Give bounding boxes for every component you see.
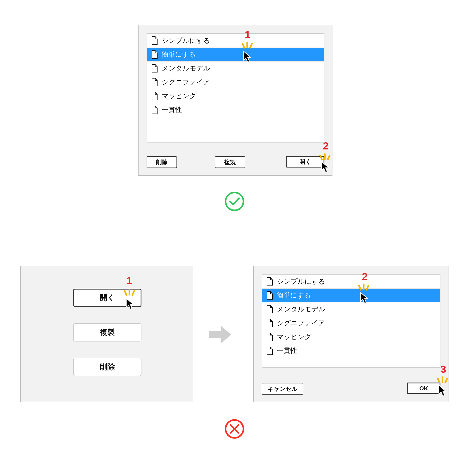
list-item[interactable]: シンプルにする (147, 34, 324, 48)
list-item-label: メンタルモデル (277, 305, 325, 314)
list-item[interactable]: マッピング (262, 330, 440, 344)
list-item-label: メンタルモデル (162, 64, 210, 73)
list-item[interactable]: 一貫性 (262, 344, 440, 358)
list-item[interactable]: メンタルモデル (147, 61, 324, 75)
list-item[interactable]: 簡単にする (262, 288, 440, 302)
step-label: 2 (323, 140, 329, 152)
button-label: OK (419, 385, 428, 392)
list-item-label: シグニファイア (162, 78, 210, 87)
open-button[interactable]: 開く (286, 156, 324, 167)
button-label: 開く (300, 158, 311, 166)
button-label: 複製 (100, 327, 115, 337)
button-label: 削除 (100, 362, 115, 372)
list-item[interactable]: 簡単にする (147, 48, 324, 61)
document-icon (151, 106, 158, 114)
delete-button[interactable]: 削除 (73, 358, 141, 376)
list-item-label: シンプルにする (162, 36, 210, 45)
list-item-label: シグニファイア (277, 318, 325, 328)
arrow-right-icon (207, 325, 232, 345)
list-item[interactable]: 一貫性 (147, 103, 324, 117)
bad-right-panel: シンプルにする 簡単にする メンタルモデル シグニファイア (253, 266, 449, 402)
list-item-label: 一貫性 (162, 105, 182, 115)
good-filelist[interactable]: シンプルにする 簡単にする メンタルモデル シグニファイア (147, 33, 324, 143)
ok-button[interactable]: OK (407, 382, 440, 394)
bad-filelist[interactable]: シンプルにする 簡単にする メンタルモデル シグニファイア (262, 274, 440, 368)
list-item-label: マッピング (277, 332, 312, 342)
document-icon (266, 291, 273, 300)
document-icon (266, 319, 273, 328)
list-item-label: マッピング (162, 91, 196, 101)
list-item-label: 一貫性 (277, 346, 297, 355)
list-item[interactable]: シグニファイア (147, 75, 324, 89)
list-item-label: 簡単にする (277, 291, 311, 300)
svg-point-6 (226, 193, 243, 210)
button-label: 削除 (156, 158, 168, 166)
button-label: 複製 (224, 158, 236, 166)
list-item[interactable]: シンプルにする (262, 275, 440, 288)
list-item-label: シンプルにする (277, 277, 325, 286)
document-icon (266, 333, 273, 341)
bad-cross-icon (224, 419, 245, 439)
step-label: 1 (245, 29, 251, 41)
good-panel: シンプルにする 簡単にする メンタルモデル シグニファイア (138, 25, 333, 176)
cancel-button[interactable]: キャンセル (262, 383, 303, 394)
bad-left-panel: 開く 複製 削除 (20, 266, 193, 402)
duplicate-button[interactable]: 複製 (73, 323, 141, 342)
open-button[interactable]: 開く (73, 289, 141, 307)
document-icon (151, 64, 158, 73)
button-label: キャンセル (268, 385, 298, 393)
delete-button[interactable]: 削除 (147, 156, 177, 168)
duplicate-button[interactable]: 複製 (215, 156, 245, 168)
list-item[interactable]: マッピング (147, 89, 324, 103)
document-icon (151, 36, 158, 45)
list-item[interactable]: シグニファイア (262, 316, 440, 330)
step-label: 2 (362, 271, 368, 283)
step-label: 1 (127, 275, 132, 287)
document-icon (266, 347, 273, 355)
good-check-icon (224, 191, 245, 212)
document-icon (266, 305, 273, 314)
document-icon (151, 78, 158, 86)
document-icon (151, 50, 158, 59)
list-item-label: 簡単にする (162, 50, 196, 59)
list-item[interactable]: メンタルモデル (262, 302, 440, 316)
step-label: 3 (440, 363, 446, 375)
document-icon (151, 92, 158, 100)
button-label: 開く (100, 293, 115, 303)
document-icon (266, 277, 273, 286)
